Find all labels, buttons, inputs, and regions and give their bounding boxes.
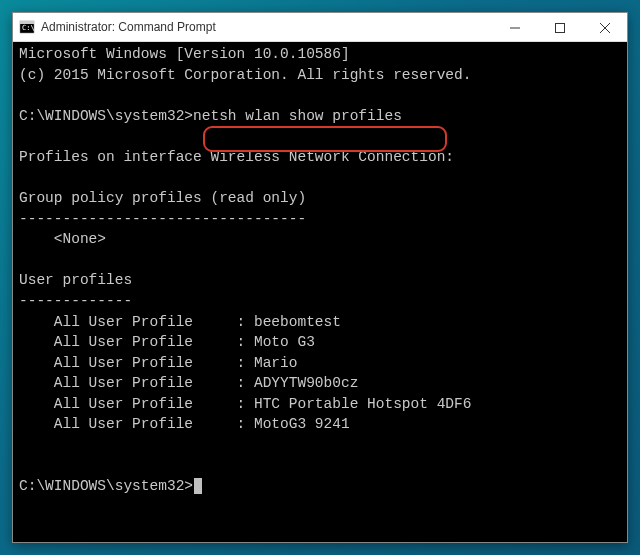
copyright-line: (c) 2015 Microsoft Corporation. All righ… <box>19 65 621 86</box>
maximize-button[interactable] <box>537 13 582 42</box>
svg-text:C:\: C:\ <box>22 24 35 32</box>
window-controls <box>492 13 627 41</box>
none-entry: <None> <box>19 229 621 250</box>
svg-rect-4 <box>555 23 564 32</box>
user-profiles-header: User profiles <box>19 270 621 291</box>
window-title: Administrator: Command Prompt <box>41 20 492 34</box>
profile-entry: All User Profile : Moto G3 <box>19 332 621 353</box>
terminal-output[interactable]: Microsoft Windows [Version 10.0.10586] (… <box>13 42 627 542</box>
minimize-button[interactable] <box>492 13 537 42</box>
command-prompt-window: C:\ Administrator: Command Prompt Micros… <box>12 12 628 543</box>
prompt-line-1: C:\WINDOWS\system32>netsh wlan show prof… <box>19 106 621 127</box>
titlebar[interactable]: C:\ Administrator: Command Prompt <box>13 13 627 42</box>
profile-entry: All User Profile : HTC Portable Hotspot … <box>19 394 621 415</box>
cursor <box>194 478 202 494</box>
command-text: netsh wlan show profiles <box>193 108 402 124</box>
profile-entry: All User Profile : ADYYTW90b0cz <box>19 373 621 394</box>
profile-entry: All User Profile : MotoG3 9241 <box>19 414 621 435</box>
close-button[interactable] <box>582 13 627 42</box>
profiles-header: Profiles on interface Wireless Network C… <box>19 147 621 168</box>
separator: ------------- <box>19 291 621 312</box>
cmd-icon: C:\ <box>19 19 35 35</box>
profile-entry: All User Profile : beebomtest <box>19 312 621 333</box>
separator: --------------------------------- <box>19 209 621 230</box>
prompt-line-2: C:\WINDOWS\system32> <box>19 476 621 497</box>
version-line: Microsoft Windows [Version 10.0.10586] <box>19 44 621 65</box>
profile-entry: All User Profile : Mario <box>19 353 621 374</box>
group-policy-header: Group policy profiles (read only) <box>19 188 621 209</box>
